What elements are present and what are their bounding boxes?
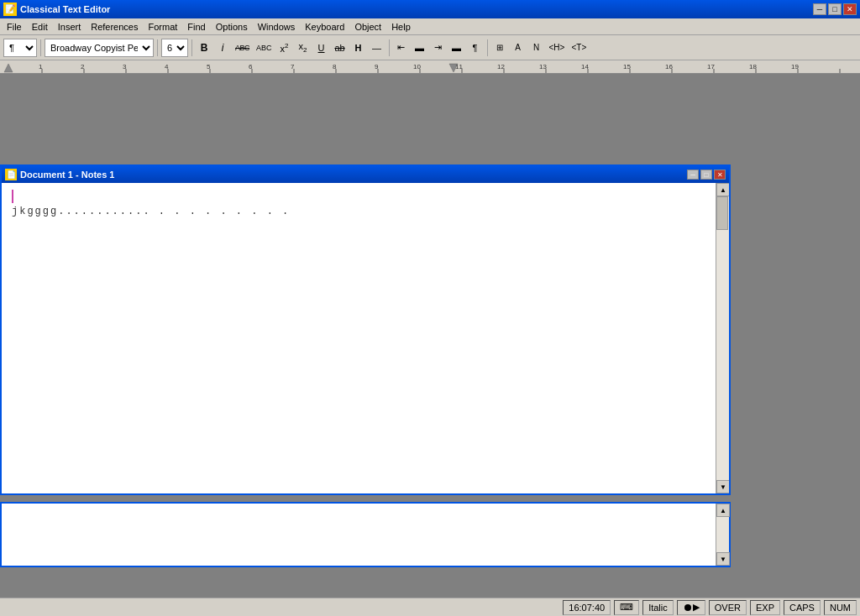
status-num: NUM bbox=[824, 600, 857, 615]
toolbar-sep-3 bbox=[191, 39, 192, 56]
second-scroll-up-button[interactable]: ▲ bbox=[716, 504, 730, 517]
document-icon: 📄 bbox=[5, 169, 17, 180]
document-title: Document 1 - Notes 1 bbox=[20, 170, 687, 180]
underline-button[interactable]: U bbox=[313, 39, 330, 57]
doc-close-button[interactable]: ✕ bbox=[714, 170, 726, 180]
second-scroll-down-button[interactable]: ▼ bbox=[716, 552, 730, 566]
second-scrollbar-track[interactable] bbox=[716, 517, 729, 552]
document-scrollbar: ▲ ▼ bbox=[716, 183, 729, 493]
maximize-button[interactable]: □ bbox=[828, 3, 842, 15]
subscript-button[interactable]: x2 bbox=[295, 39, 312, 57]
document-text: jkgggg............ . . . . . . . . . bbox=[12, 206, 290, 217]
document-editor[interactable]: jkgggg............ . . . . . . . . . ▲ ▼ bbox=[2, 183, 729, 493]
svg-text:18: 18 bbox=[749, 63, 757, 70]
scroll-up-button[interactable]: ▲ bbox=[716, 183, 729, 196]
status-indicator-dot bbox=[684, 604, 691, 611]
highlight-button[interactable]: H bbox=[350, 39, 367, 57]
notes-button[interactable]: A bbox=[510, 39, 527, 57]
document-window: 📄 Document 1 - Notes 1 ─ □ ✕ jkgggg.....… bbox=[0, 164, 731, 495]
heading-button[interactable]: <H> bbox=[547, 39, 568, 57]
ruler: 1 2 3 4 5 6 7 8 9 10 11 12 13 14 15 16 1… bbox=[0, 60, 860, 74]
svg-text:6: 6 bbox=[249, 63, 253, 70]
status-exp: EXP bbox=[750, 600, 780, 615]
svg-text:15: 15 bbox=[623, 63, 631, 70]
smallcaps-button[interactable]: ABC bbox=[254, 39, 275, 57]
menu-help[interactable]: Help bbox=[386, 20, 416, 34]
bold-button[interactable]: B bbox=[196, 39, 212, 57]
second-panel-content[interactable] bbox=[2, 504, 716, 566]
menu-object[interactable]: Object bbox=[349, 20, 386, 34]
second-panel: ▲ ▼ bbox=[0, 502, 731, 567]
workspace: 📄 Document 1 - Notes 1 ─ □ ✕ jkgggg.....… bbox=[0, 74, 860, 616]
close-button[interactable]: ✕ bbox=[843, 3, 857, 15]
document-controls: ─ □ ✕ bbox=[687, 170, 726, 180]
document-title-bar: 📄 Document 1 - Notes 1 ─ □ ✕ bbox=[2, 166, 729, 183]
menu-format[interactable]: Format bbox=[143, 20, 182, 34]
text-button[interactable]: <T> bbox=[569, 39, 589, 57]
toolbar-sep-5 bbox=[487, 39, 488, 56]
align-left-button[interactable]: ⇤ bbox=[393, 39, 410, 57]
strikethrough-abc-button[interactable]: ABC bbox=[233, 39, 252, 57]
scroll-down-button[interactable]: ▼ bbox=[716, 480, 729, 493]
svg-text:12: 12 bbox=[497, 63, 505, 70]
status-caps: CAPS bbox=[784, 600, 821, 615]
toolbar-sep-4 bbox=[389, 39, 390, 56]
svg-text:8: 8 bbox=[333, 63, 337, 70]
svg-text:10: 10 bbox=[413, 63, 421, 70]
status-bar: 16:07:40 ⌨ Italic ▶ OVER EXP CAPS NUM bbox=[0, 598, 860, 616]
normal-button[interactable]: N bbox=[528, 39, 545, 57]
align-center-button[interactable]: ▬ bbox=[412, 39, 428, 57]
font-name-select[interactable]: Broadway Copyist Per bbox=[45, 39, 154, 57]
status-over: OVER bbox=[709, 600, 747, 615]
paragraph-style-select[interactable]: ¶ bbox=[3, 39, 37, 57]
svg-text:1: 1 bbox=[39, 63, 43, 70]
paragraph-mark-button[interactable]: ¶ bbox=[467, 39, 484, 57]
menu-windows[interactable]: Windows bbox=[253, 20, 301, 34]
justify-button[interactable]: ▬ bbox=[448, 39, 465, 57]
menu-find[interactable]: Find bbox=[182, 20, 210, 34]
svg-text:14: 14 bbox=[581, 63, 589, 70]
menu-insert[interactable]: Insert bbox=[53, 20, 87, 34]
doc-minimize-button[interactable]: ─ bbox=[687, 170, 699, 180]
svg-text:16: 16 bbox=[665, 63, 673, 70]
toolbar: ¶ Broadway Copyist Per 6 B i ABC ABC x2 … bbox=[0, 35, 860, 60]
status-italic: Italic bbox=[642, 600, 674, 615]
svg-text:2: 2 bbox=[81, 63, 85, 70]
format-a-button[interactable]: ⊞ bbox=[491, 39, 508, 57]
menu-options[interactable]: Options bbox=[211, 20, 253, 34]
svg-text:9: 9 bbox=[375, 63, 379, 70]
toolbar-sep-1 bbox=[40, 39, 41, 56]
menu-edit[interactable]: Edit bbox=[27, 20, 53, 34]
app-title-bar: 📝 Classical Text Editor ─ □ ✕ bbox=[0, 0, 860, 18]
document-content[interactable]: jkgggg............ . . . . . . . . . bbox=[2, 183, 716, 493]
toolbar-sep-2 bbox=[157, 39, 158, 56]
scrollbar-thumb[interactable] bbox=[716, 196, 728, 230]
menu-file[interactable]: File bbox=[2, 20, 27, 34]
status-dot: ▶ bbox=[677, 600, 705, 615]
strikethrough-ab-button[interactable]: ab bbox=[332, 39, 349, 57]
emdash-button[interactable]: — bbox=[369, 39, 385, 57]
italic-button[interactable]: i bbox=[214, 39, 231, 57]
scrollbar-track[interactable] bbox=[716, 196, 729, 480]
second-panel-scrollbar: ▲ ▼ bbox=[716, 504, 729, 566]
status-play-icon: ▶ bbox=[693, 602, 700, 613]
app-icon: 📝 bbox=[3, 3, 17, 16]
svg-rect-0 bbox=[0, 60, 860, 74]
minimize-button[interactable]: ─ bbox=[813, 3, 826, 15]
gray-workspace bbox=[0, 571, 860, 598]
menu-bar: File Edit Insert References Format Find … bbox=[0, 18, 860, 35]
svg-text:11: 11 bbox=[455, 63, 463, 70]
svg-text:3: 3 bbox=[123, 63, 127, 70]
doc-maximize-button[interactable]: □ bbox=[700, 170, 712, 180]
text-cursor bbox=[12, 190, 13, 203]
svg-text:19: 19 bbox=[791, 63, 799, 70]
align-right-button[interactable]: ⇥ bbox=[430, 39, 447, 57]
font-size-select[interactable]: 6 bbox=[161, 39, 188, 57]
svg-text:13: 13 bbox=[539, 63, 547, 70]
menu-references[interactable]: References bbox=[86, 20, 143, 34]
keyboard-icon: ⌨ bbox=[620, 602, 633, 613]
svg-text:5: 5 bbox=[207, 63, 211, 70]
window-controls: ─ □ ✕ bbox=[813, 3, 857, 15]
superscript-button[interactable]: x2 bbox=[276, 39, 293, 57]
menu-keyboard[interactable]: Keyboard bbox=[300, 20, 349, 34]
